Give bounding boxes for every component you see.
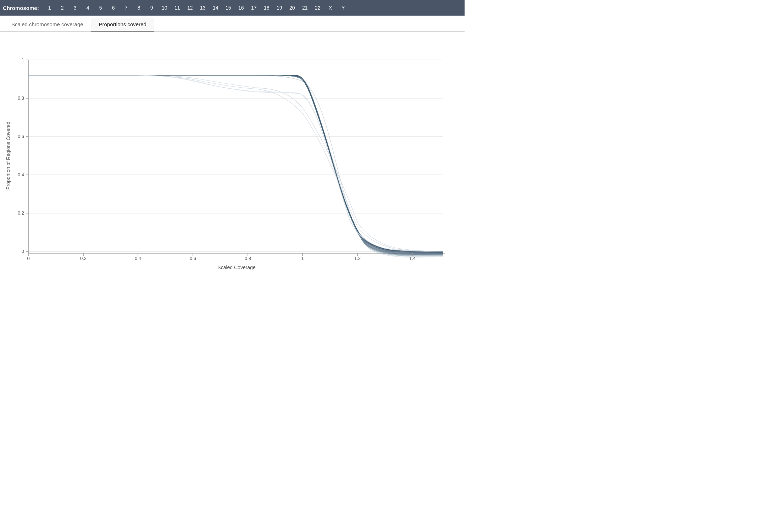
chrom-num-9[interactable]: 9 [145, 4, 158, 12]
svg-text:0.6: 0.6 [18, 134, 24, 139]
svg-text:0.4: 0.4 [135, 256, 141, 261]
chromosome-bar: Chromosome: 1234567891011121314151617181… [0, 0, 465, 16]
chrom-num-16[interactable]: 16 [235, 4, 248, 12]
chrom-num-11[interactable]: 11 [171, 4, 184, 12]
chrom-num-X[interactable]: X [324, 4, 337, 12]
tab-scaled[interactable]: Scaled chromosome coverage [4, 18, 91, 32]
svg-text:Proportion of Regions Covered: Proportion of Regions Covered [5, 121, 11, 189]
chrom-num-21[interactable]: 21 [299, 4, 311, 12]
chrom-num-1[interactable]: 1 [43, 4, 56, 12]
chrom-num-7[interactable]: 7 [120, 4, 133, 12]
svg-text:0.8: 0.8 [245, 256, 251, 261]
chrom-num-3[interactable]: 3 [69, 4, 82, 12]
svg-text:1.2: 1.2 [354, 256, 361, 261]
chrom-num-Y[interactable]: Y [337, 4, 350, 12]
chrom-num-19[interactable]: 19 [273, 4, 286, 12]
chromosome-label: Chromosome: [3, 5, 39, 11]
svg-text:0.4: 0.4 [18, 172, 24, 177]
chrom-num-4[interactable]: 4 [82, 4, 94, 12]
chrom-num-22[interactable]: 22 [311, 4, 324, 12]
chrom-num-6[interactable]: 6 [107, 4, 120, 12]
proportions-chart: 0 0.2 0.4 0.6 0.8 1 0 0.2 0.4 0.6 0.8 1 … [4, 39, 457, 273]
svg-text:0.6: 0.6 [190, 256, 196, 261]
chrom-num-17[interactable]: 17 [248, 4, 260, 12]
chrom-num-10[interactable]: 10 [158, 4, 171, 12]
svg-text:0.2: 0.2 [80, 256, 87, 261]
chrom-num-2[interactable]: 2 [56, 4, 69, 12]
svg-text:0.2: 0.2 [18, 210, 24, 216]
chrom-num-5[interactable]: 5 [94, 4, 107, 12]
chrom-num-14[interactable]: 14 [209, 4, 222, 12]
chrom-num-18[interactable]: 18 [260, 4, 273, 12]
svg-text:0: 0 [27, 256, 29, 261]
svg-text:Scaled Coverage: Scaled Coverage [217, 265, 256, 270]
svg-text:0: 0 [22, 249, 24, 254]
tabs-container: Scaled chromosome coverageProportions co… [0, 18, 465, 32]
chrom-num-12[interactable]: 12 [184, 4, 196, 12]
chart-container: 0 0.2 0.4 0.6 0.8 1 0 0.2 0.4 0.6 0.8 1 … [0, 32, 465, 283]
chrom-num-13[interactable]: 13 [196, 4, 209, 12]
tab-proportions[interactable]: Proportions covered [91, 18, 154, 32]
svg-text:1: 1 [22, 57, 24, 62]
chrom-num-15[interactable]: 15 [222, 4, 235, 12]
chromosome-numbers: 12345678910111213141516171819202122XY [43, 4, 350, 12]
svg-text:0.8: 0.8 [18, 95, 24, 101]
chrom-num-8[interactable]: 8 [133, 4, 145, 12]
chrom-num-20[interactable]: 20 [286, 4, 299, 12]
svg-text:1: 1 [301, 256, 304, 261]
